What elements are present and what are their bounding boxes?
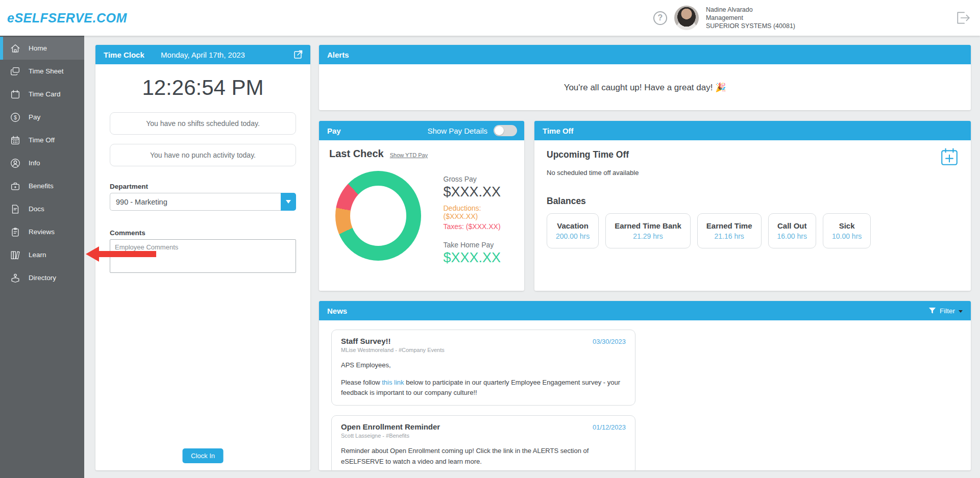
balance-label: Earned Time [706, 221, 752, 230]
news-item-byline: MLise Westmoreland - #Company Events [341, 347, 626, 353]
balance-label: Earned Time Bank [615, 221, 681, 230]
info-person-icon [10, 158, 21, 169]
balance-value: 21.29 hrs [615, 232, 681, 240]
sidebar-item-reviews[interactable]: Reviews [0, 220, 84, 243]
news-item-staff-survey: Staff Survey!! 03/30/2023 MLise Westmore… [331, 330, 635, 406]
sidebar-item-label: Pay [29, 113, 40, 121]
time-off-icon [10, 135, 21, 146]
time-clock-header: Time Clock Monday, April 17th, 2023 [95, 45, 310, 64]
alerts-title: Alerts [327, 51, 349, 59]
filter-button[interactable]: Filter [925, 305, 966, 317]
take-home-pay-label: Take Home Pay [444, 241, 514, 249]
help-icon[interactable]: ? [653, 11, 667, 25]
department-selected-value[interactable]: 990 - Marketing [110, 193, 281, 211]
news-item-open-enrollment: Open Enrollment Reminder 01/12/2023 Scot… [331, 415, 635, 470]
sidebar-item-label: Home [29, 44, 47, 52]
sidebar-item-label: Time Off [29, 136, 55, 144]
sidebar-item-directory[interactable]: Directory [0, 266, 84, 289]
main-content: Time Clock Monday, April 17th, 2023 12:2… [84, 36, 980, 478]
sidebar-item-label: Learn [29, 251, 46, 259]
sidebar: Home Time Sheet Time Card $ Pay Time Off… [0, 36, 84, 478]
balance-label: Sick [832, 221, 862, 230]
alerts-panel: Alerts You're all caught up! Have a grea… [319, 45, 971, 110]
balances-title: Balances [547, 196, 959, 207]
balance-label: Call Out [777, 221, 807, 230]
time-card-icon [10, 89, 21, 100]
home-icon [10, 43, 21, 54]
sidebar-item-label: Time Sheet [29, 67, 64, 75]
news-title: News [327, 307, 347, 315]
news-item-title: Open Enrollment Reminder [341, 422, 440, 431]
punch-message: You have no punch activity today. [110, 144, 296, 166]
clock-in-button[interactable]: Clock In [182, 448, 224, 463]
news-panel: News Filter Staff Survey!! 03/30/2023 ML… [319, 301, 971, 470]
sidebar-item-pay[interactable]: $ Pay [0, 106, 84, 129]
show-pay-details-toggle[interactable] [494, 125, 517, 136]
alerts-message: You're all caught up! Have a great day! … [319, 64, 971, 110]
news-item-title: Staff Survey!! [341, 337, 391, 345]
sidebar-item-docs[interactable]: Docs [0, 197, 84, 220]
balance-value: 21.16 hrs [706, 232, 752, 240]
pay-panel: Pay Show Pay Details Last Check Show YTD… [319, 121, 524, 291]
sidebar-item-time-card[interactable]: Time Card [0, 83, 84, 106]
current-time: 12:26:54 PM [95, 76, 310, 100]
balances-row: Vacation 200.00 hrs Earned Time Bank 21.… [547, 213, 959, 248]
news-item-intro: APS Employees, [341, 360, 626, 370]
top-header: eSELFSERVE.COM ? Nadine Alvarado Managem… [0, 0, 980, 36]
logout-button[interactable] [955, 11, 971, 25]
add-time-off-button[interactable] [940, 147, 959, 169]
user-role: Management [706, 14, 795, 22]
pay-title: Pay [327, 127, 341, 135]
expand-window-icon[interactable] [293, 49, 304, 62]
department-select[interactable]: 990 - Marketing [110, 193, 296, 211]
shifts-message: You have no shifts scheduled today. [110, 112, 296, 135]
sidebar-item-label: Docs [29, 205, 44, 213]
time-off-panel: Time Off Upcoming Time Off No scheduled [534, 121, 971, 291]
logout-icon [955, 11, 971, 25]
sidebar-item-benefits[interactable]: Benefits [0, 174, 84, 197]
sidebar-item-label: Benefits [29, 182, 54, 190]
svg-text:$: $ [14, 114, 17, 120]
toggle-knob [495, 126, 504, 135]
brand-logo[interactable]: eSELFSERVE.COM [0, 11, 127, 26]
avatar[interactable] [674, 6, 699, 30]
sidebar-item-info[interactable]: Info [0, 152, 84, 174]
annotation-arrow [86, 246, 157, 262]
filter-caret-icon [959, 310, 963, 313]
news-header: News Filter [319, 301, 971, 320]
news-item-date: 01/12/2023 [593, 423, 626, 431]
sidebar-item-time-sheet[interactable]: Time Sheet [0, 60, 84, 83]
take-home-pay-value: $XXX.XX [444, 250, 514, 266]
deductions-value: Deductions: ($XXX.XX) [444, 204, 514, 220]
alerts-header: Alerts [319, 45, 971, 64]
balance-value: 16.00 hrs [777, 232, 807, 240]
no-time-off-text: No scheduled time off available [547, 169, 959, 177]
reviews-icon [10, 227, 21, 238]
department-label: Department [110, 183, 296, 190]
chevron-down-icon [286, 200, 291, 204]
filter-label: Filter [940, 307, 955, 315]
filter-funnel-icon [928, 307, 936, 314]
gross-pay-value: $XXX.XX [444, 184, 514, 200]
balance-card-call-out: Call Out 16.00 hrs [768, 213, 816, 248]
time-clock-date: Monday, April 17th, 2023 [95, 51, 310, 59]
sidebar-item-learn[interactable]: Learn [0, 243, 84, 266]
pay-donut-chart [335, 171, 421, 261]
balance-card-sick: Sick 10.00 hrs [823, 213, 871, 248]
upcoming-time-off-title: Upcoming Time Off [547, 149, 959, 160]
arrow-head [86, 246, 99, 262]
learn-books-icon [10, 249, 21, 261]
sidebar-item-label: Directory [29, 274, 56, 282]
sidebar-item-label: Time Card [29, 90, 61, 98]
news-item-text: Please follow this link below to partici… [341, 378, 626, 398]
show-ytd-pay-link[interactable]: Show YTD Pay [390, 152, 428, 158]
balance-label: Vacation [556, 221, 590, 230]
time-off-title: Time Off [543, 127, 574, 135]
department-dropdown-button[interactable] [281, 193, 296, 211]
news-item-date: 03/30/2023 [593, 338, 626, 345]
balance-value: 10.00 hrs [832, 232, 862, 240]
sidebar-item-home[interactable]: Home [0, 37, 84, 60]
news-item-link[interactable]: this link [382, 379, 404, 386]
user-info: Nadine Alvarado Management SUPERIOR SYST… [706, 6, 795, 30]
sidebar-item-time-off[interactable]: Time Off [0, 129, 84, 152]
